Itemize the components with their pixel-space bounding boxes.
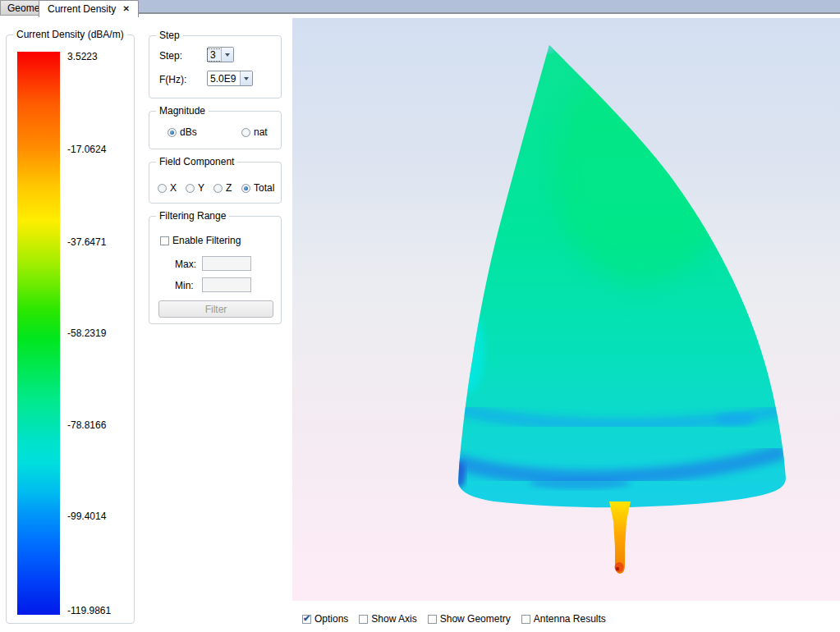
radio-icon[interactable] [158, 184, 167, 193]
max-label: Max: [175, 259, 196, 270]
tabstrip-background [133, 0, 840, 14]
checkbox-icon[interactable]: ✔ [428, 615, 437, 624]
antenna-results-checkbox[interactable]: ✔ Antenna Results [521, 613, 606, 625]
radio-y-label: Y [198, 182, 204, 194]
radio-y[interactable]: Y [186, 182, 204, 194]
cone-tip-highlight [545, 45, 553, 53]
enable-filtering-label: Enable Filtering [172, 235, 241, 246]
show-geometry-checkbox[interactable]: ✔ Show Geometry [428, 613, 511, 625]
step-panel: Step Step: 3 F(Hz): 5.0E9 [149, 35, 282, 98]
colorbar-gradient [17, 52, 60, 615]
freq-label: F(Hz): [159, 74, 186, 85]
filter-button[interactable]: Filter [158, 300, 273, 318]
radio-icon[interactable] [186, 184, 195, 193]
colorbar-tick: -58.2319 [67, 327, 133, 339]
viewport-toolbar: ✔ Options ✔ Show Axis ✔ Show Geometry ✔ … [302, 613, 606, 625]
radio-total[interactable]: Total [241, 182, 274, 194]
colorbar-panel: Current Density (dBA/m) 3.5223 -17.0624 … [6, 34, 135, 624]
colorbar-tick: -99.4014 [67, 511, 133, 522]
colorbar-tick: -17.0624 [67, 144, 133, 155]
min-label: Min: [175, 280, 194, 291]
show-axis-checkbox[interactable]: ✔ Show Axis [359, 613, 416, 625]
colorbar-tick: -119.9861 [67, 605, 133, 616]
radio-icon[interactable] [241, 128, 250, 137]
magnitude-panel: Magnitude dBs nat [149, 111, 282, 149]
radio-nat-label: nat [254, 126, 268, 138]
close-icon[interactable]: ✕ [122, 5, 129, 13]
band-spot-right [716, 413, 755, 426]
antenna-current-plot [292, 18, 840, 601]
options-checkbox[interactable]: ✔ Options [302, 613, 348, 625]
max-input[interactable] [202, 256, 251, 271]
show-axis-label: Show Axis [371, 613, 416, 625]
radio-x[interactable]: X [158, 182, 177, 194]
radio-dbs[interactable]: dBs [168, 126, 197, 138]
radio-z-label: Z [226, 182, 232, 194]
checkbox-icon[interactable]: ✔ [302, 615, 311, 624]
enable-filtering-checkbox[interactable]: ✔ Enable Filtering [160, 235, 241, 246]
step-label: Step: [159, 50, 182, 62]
viewport-3d[interactable] [292, 18, 840, 601]
radio-z[interactable]: Z [213, 182, 232, 194]
radio-total-label: Total [254, 182, 274, 194]
radio-icon[interactable] [168, 128, 177, 137]
colorbar-tick: -78.8166 [67, 419, 133, 431]
feed-pin-hotspot-core [616, 567, 619, 570]
band-spot-left [454, 461, 466, 488]
min-input[interactable] [202, 277, 251, 292]
checkbox-icon[interactable]: ✔ [359, 615, 368, 624]
colorbar-tick: -37.6471 [67, 236, 133, 248]
radio-nat[interactable]: nat [241, 126, 268, 138]
filtering-range-title: Filtering Range [156, 210, 229, 222]
colorbar-tick: 3.5223 [67, 51, 133, 62]
green-accent-region [555, 55, 728, 285]
checkbox-icon[interactable]: ✔ [521, 615, 530, 624]
tab-current-density[interactable]: Current Density ✕ [39, 0, 139, 17]
radio-x-label: X [170, 182, 177, 194]
filtering-range-panel: Filtering Range ✔ Enable Filtering Max: … [149, 216, 282, 324]
feed-pin-hotspot [615, 562, 624, 572]
chevron-down-icon[interactable] [221, 48, 233, 62]
show-geometry-label: Show Geometry [440, 613, 511, 625]
magnitude-panel-title: Magnitude [156, 105, 209, 117]
field-component-title: Field Component [156, 156, 237, 167]
freq-dropdown-value: 5.0E9 [208, 73, 240, 85]
tab-current-density-label: Current Density [48, 3, 116, 15]
cyan-patch [452, 308, 484, 393]
chevron-down-icon[interactable] [240, 71, 252, 85]
step-dropdown-value: 3 [208, 49, 221, 61]
step-dropdown[interactable]: 3 [207, 47, 234, 62]
tab-bar: Geometry Current Density ✕ [0, 0, 840, 17]
radio-icon[interactable] [213, 184, 223, 193]
step-panel-title: Step [156, 30, 183, 41]
antenna-results-label: Antenna Results [534, 613, 606, 625]
radio-icon[interactable] [241, 184, 250, 193]
radio-dbs-label: dBs [180, 126, 197, 138]
band-spot-center [529, 478, 631, 489]
colorbar-title: Current Density (dBA/m) [13, 29, 127, 40]
checkbox-icon[interactable]: ✔ [160, 236, 169, 245]
options-label: Options [314, 613, 348, 625]
freq-dropdown[interactable]: 5.0E9 [207, 71, 253, 86]
field-component-panel: Field Component X Y Z Total [149, 162, 282, 204]
